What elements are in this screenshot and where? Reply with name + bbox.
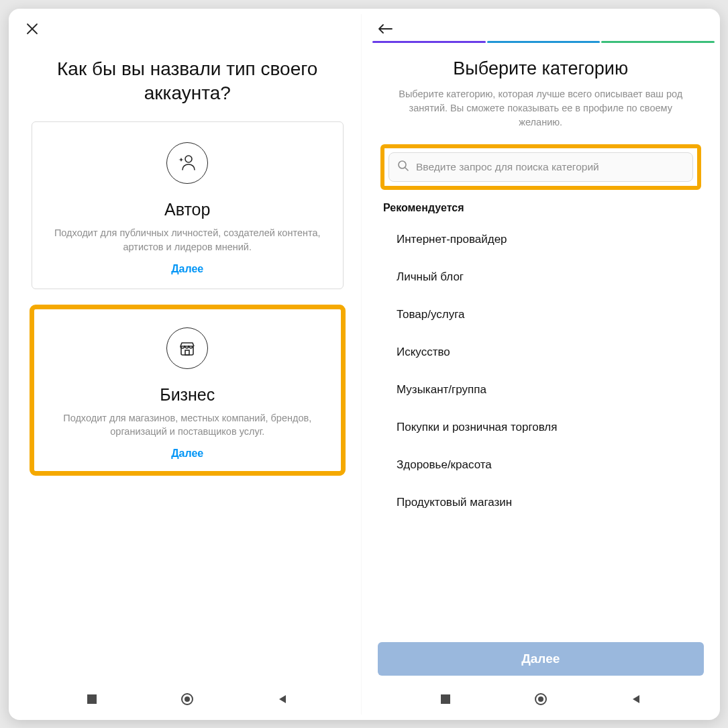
- search-field[interactable]: [388, 152, 693, 182]
- topbar-left: [14, 14, 362, 44]
- svg-rect-6: [441, 694, 450, 704]
- nav-home-icon[interactable]: [533, 691, 549, 707]
- progress-seg-1: [372, 41, 486, 43]
- card-desc: Подходит для магазинов, местных компаний…: [46, 411, 330, 448]
- card-business[interactable]: Бизнес Подходит для магазинов, местных к…: [32, 307, 344, 474]
- svg-point-4: [185, 696, 190, 702]
- nav-back-icon[interactable]: [628, 691, 644, 707]
- close-icon[interactable]: [23, 20, 41, 38]
- category-item[interactable]: Искусство: [397, 333, 715, 371]
- svg-point-8: [538, 696, 543, 702]
- category-item[interactable]: Здоровье/красота: [397, 446, 715, 484]
- page-title: Выберите категорию: [367, 49, 715, 87]
- next-button[interactable]: Далее: [378, 642, 704, 676]
- category-list[interactable]: Интернет-провайдер Личный блог Товар/усл…: [367, 221, 715, 635]
- business-icon: [166, 327, 208, 369]
- nav-recent-icon[interactable]: [437, 691, 454, 707]
- android-navbar: [14, 684, 362, 715]
- creator-icon: [166, 142, 208, 184]
- progress-seg-3: [601, 41, 715, 43]
- progress-seg-2: [487, 41, 601, 43]
- cta-row: Далее: [367, 635, 715, 684]
- back-icon[interactable]: [376, 20, 394, 38]
- android-navbar: [367, 684, 715, 715]
- card-title: Автор: [46, 200, 330, 219]
- search-input[interactable]: [416, 161, 684, 173]
- card-next-link[interactable]: Далее: [46, 263, 330, 275]
- svg-rect-1: [185, 350, 189, 355]
- category-item[interactable]: Продуктовый магазин: [397, 484, 715, 521]
- account-type-cards: Автор Подходит для публичных личностей, …: [14, 121, 362, 474]
- search-highlight: [380, 144, 701, 190]
- svg-point-5: [399, 161, 406, 168]
- category-item[interactable]: Музыкант/группа: [397, 371, 715, 409]
- category-screen: Выберите категорию Выберите категорию, к…: [367, 14, 715, 715]
- card-creator[interactable]: Автор Подходит для публичных личностей, …: [32, 121, 344, 289]
- nav-home-icon[interactable]: [179, 691, 195, 707]
- account-type-screen: Как бы вы назвали тип своего аккаунта? А…: [14, 14, 362, 715]
- page-title: Как бы вы назвали тип своего аккаунта?: [14, 44, 362, 122]
- category-item[interactable]: Интернет-провайдер: [397, 221, 715, 258]
- page-subtitle: Выберите категорию, которая лучше всего …: [367, 87, 715, 144]
- card-next-link[interactable]: Далее: [46, 448, 330, 460]
- topbar-right: [367, 14, 715, 44]
- search-icon: [397, 160, 409, 174]
- progress-bar: [367, 41, 715, 44]
- card-desc: Подходит для публичных личностей, создат…: [46, 226, 330, 263]
- nav-back-icon[interactable]: [274, 691, 291, 707]
- card-title: Бизнес: [46, 385, 330, 405]
- category-item[interactable]: Личный блог: [397, 258, 715, 296]
- recommended-label: Рекомендуется: [367, 202, 715, 221]
- category-item[interactable]: Товар/услуга: [397, 296, 715, 333]
- category-item[interactable]: Покупки и розничная торговля: [397, 409, 715, 446]
- svg-point-0: [185, 156, 192, 162]
- list-fade: [367, 615, 715, 635]
- svg-rect-2: [87, 694, 97, 704]
- nav-recent-icon[interactable]: [84, 691, 100, 707]
